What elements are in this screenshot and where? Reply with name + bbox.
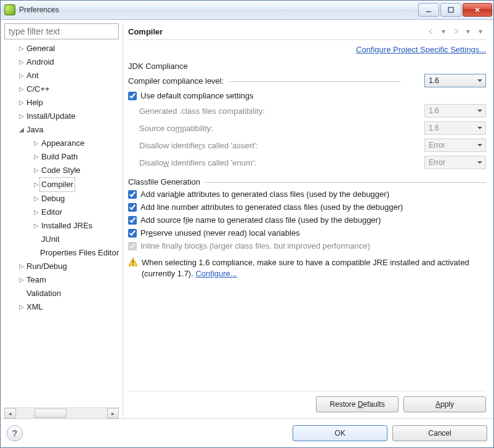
tree-item-label: Team bbox=[26, 273, 46, 287]
tree-item-validation[interactable]: ▷Validation bbox=[4, 287, 119, 300]
expand-icon[interactable]: ▷ bbox=[18, 42, 25, 55]
tree-item-c-c-[interactable]: ▷C/C++ bbox=[4, 82, 119, 96]
src-file-checkbox[interactable]: Add source file name to generated class … bbox=[128, 214, 486, 226]
preserve-checkbox[interactable]: Preserve unused (never read) local varia… bbox=[128, 226, 486, 239]
tree-item-java[interactable]: ◢Java bbox=[4, 123, 119, 137]
svg-rect-1 bbox=[448, 7, 453, 12]
close-button[interactable] bbox=[463, 3, 492, 17]
tree-horizontal-scrollbar[interactable]: ◂ ▸ bbox=[4, 407, 119, 418]
svg-rect-4 bbox=[132, 260, 134, 263]
expand-icon[interactable]: ▷ bbox=[18, 96, 25, 110]
preferences-window: Preferences ▷General▷Android▷Ant▷C/C++▷H… bbox=[0, 0, 494, 448]
disallow-assert-select: Error bbox=[424, 138, 486, 152]
tree-item-team[interactable]: ▷Team bbox=[4, 273, 119, 287]
tree-item-junit[interactable]: ▷JUnit bbox=[4, 233, 119, 246]
disallow-enum-label: Disallow identifiers called 'enum': bbox=[139, 158, 424, 167]
maximize-button[interactable] bbox=[440, 3, 461, 17]
left-panel: ▷General▷Android▷Ant▷C/C++▷Help▷Install/… bbox=[4, 23, 119, 418]
tree-item-help[interactable]: ▷Help bbox=[4, 96, 119, 110]
disallow-enum-select: Error bbox=[424, 156, 486, 169]
tree-item-label: Editor bbox=[41, 206, 62, 219]
tree-item-xml[interactable]: ▷XML bbox=[4, 300, 119, 314]
tree-item-label: JUnit bbox=[41, 233, 60, 246]
tree-item-general[interactable]: ▷General bbox=[4, 42, 119, 55]
filter-input[interactable] bbox=[4, 23, 119, 39]
generated-classfiles-label: Generated .class files compatibility: bbox=[139, 106, 424, 116]
tree-item-installed-jres[interactable]: ▷Installed JREs bbox=[4, 219, 119, 233]
expand-icon[interactable]: ▷ bbox=[33, 137, 40, 150]
minimize-button[interactable] bbox=[418, 3, 439, 17]
expand-icon[interactable]: ▷ bbox=[18, 110, 25, 123]
tree-item-build-path[interactable]: ▷Build Path bbox=[4, 150, 119, 164]
tree-item-label: C/C++ bbox=[26, 82, 50, 96]
compliance-level-label: Compiler compliance level: bbox=[128, 76, 424, 86]
expand-icon[interactable]: ▷ bbox=[18, 55, 25, 69]
tree-item-ant[interactable]: ▷Ant bbox=[4, 69, 119, 82]
var-attr-checkbox[interactable]: Add variable attributes to generated cla… bbox=[128, 188, 486, 201]
svg-rect-5 bbox=[132, 264, 134, 265]
line-num-checkbox[interactable]: Add line number attributes to generated … bbox=[128, 201, 486, 214]
tree-item-android[interactable]: ▷Android bbox=[4, 55, 119, 69]
titlebar: Preferences bbox=[1, 1, 493, 20]
jdk-group-title: JDK Compliance bbox=[128, 62, 486, 71]
tree-item-label: Installed JREs bbox=[41, 219, 92, 233]
compliance-warning: When selecting 1.6 compliance, make sure… bbox=[128, 252, 486, 281]
expand-icon[interactable]: ▷ bbox=[18, 82, 25, 96]
expand-icon[interactable]: ◢ bbox=[18, 123, 25, 137]
inline-finally-checkbox: Inline finally blocks (larger class file… bbox=[128, 239, 486, 252]
tree-item-appearance[interactable]: ▷Appearance bbox=[4, 137, 119, 150]
source-compat-label: Source compatibility: bbox=[139, 124, 424, 133]
tree-item-run-debug[interactable]: ▷Run/Debug bbox=[4, 260, 119, 273]
help-button[interactable]: ? bbox=[7, 425, 23, 441]
expand-icon[interactable]: ▷ bbox=[33, 206, 40, 219]
expand-icon[interactable]: ▷ bbox=[33, 219, 40, 233]
expand-icon[interactable]: ▷ bbox=[33, 150, 40, 164]
expand-icon[interactable]: ▷ bbox=[18, 273, 25, 287]
tree-item-label: Validation bbox=[26, 287, 61, 300]
tree-item-label: XML bbox=[26, 300, 43, 314]
apply-button[interactable]: Apply bbox=[403, 396, 486, 412]
tree-item-label: Properties Files Editor bbox=[40, 246, 119, 260]
cancel-button[interactable]: Cancel bbox=[392, 425, 487, 441]
window-title: Preferences bbox=[19, 6, 418, 14]
expand-icon[interactable]: ▷ bbox=[33, 192, 40, 206]
compliance-level-select[interactable]: 1.6 bbox=[424, 74, 486, 87]
tree-item-label: Install/Update bbox=[26, 110, 76, 123]
app-icon bbox=[4, 4, 15, 15]
tree-item-install-update[interactable]: ▷Install/Update bbox=[4, 110, 119, 123]
tree-item-label: Code Style bbox=[41, 164, 81, 177]
use-default-checkbox[interactable]: Use default compliance settings bbox=[128, 89, 486, 102]
right-panel: Compiler ▾ ▾ ▾ Configure Project Specifi… bbox=[123, 23, 490, 418]
generated-classfiles-select: 1.6 bbox=[424, 104, 486, 118]
page-header: Compiler ▾ ▾ ▾ bbox=[128, 23, 486, 40]
nav-back-button[interactable] bbox=[426, 26, 437, 36]
configure-project-link[interactable]: Configure Project Specific Settings... bbox=[356, 45, 486, 54]
nav-back-menu[interactable]: ▾ bbox=[438, 26, 449, 36]
nav-forward-button[interactable] bbox=[450, 26, 461, 36]
expand-icon[interactable]: ▷ bbox=[33, 164, 40, 177]
ok-button[interactable]: OK bbox=[293, 425, 387, 441]
source-compat-select: 1.6 bbox=[424, 121, 486, 135]
expand-icon[interactable]: ▷ bbox=[18, 300, 25, 314]
page-title: Compiler bbox=[128, 27, 424, 36]
tree-item-label: General bbox=[26, 42, 55, 55]
configure-jre-link[interactable]: Configure... bbox=[195, 269, 237, 278]
tree-item-label: Help bbox=[26, 96, 43, 110]
tree-item-label: Compiler bbox=[39, 177, 75, 192]
tree-item-editor[interactable]: ▷Editor bbox=[4, 206, 119, 219]
preferences-tree[interactable]: ▷General▷Android▷Ant▷C/C++▷Help▷Install/… bbox=[4, 42, 119, 407]
tree-item-debug[interactable]: ▷Debug bbox=[4, 192, 119, 206]
warning-icon bbox=[128, 257, 138, 267]
view-menu[interactable]: ▾ bbox=[475, 26, 486, 36]
tree-item-code-style[interactable]: ▷Code Style bbox=[4, 164, 119, 177]
tree-item-label: Build Path bbox=[41, 150, 78, 164]
tree-item-properties-files-editor[interactable]: ▷Properties Files Editor bbox=[4, 246, 119, 260]
tree-item-label: Java bbox=[26, 123, 43, 137]
tree-item-compiler[interactable]: ▷Compiler bbox=[4, 177, 119, 192]
expand-icon[interactable]: ▷ bbox=[18, 260, 25, 273]
expand-icon[interactable]: ▷ bbox=[18, 69, 25, 82]
tree-item-label: Debug bbox=[41, 192, 65, 206]
restore-defaults-button[interactable]: Restore Defaults bbox=[316, 396, 399, 412]
tree-item-label: Appearance bbox=[41, 137, 84, 150]
nav-forward-menu[interactable]: ▾ bbox=[463, 26, 474, 36]
